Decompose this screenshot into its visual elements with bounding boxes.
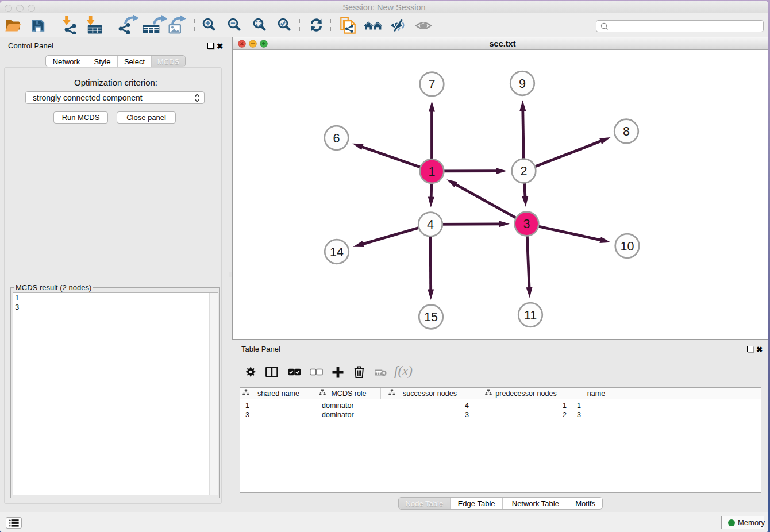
svg-text:7: 7 [429, 78, 436, 91]
svg-text:14: 14 [330, 245, 344, 259]
svg-text:3: 3 [523, 217, 530, 231]
svg-text:8: 8 [623, 125, 630, 138]
svg-text:10: 10 [621, 240, 634, 253]
svg-text:9: 9 [519, 77, 526, 91]
svg-text:1: 1 [429, 165, 436, 179]
svg-text:2: 2 [521, 164, 528, 178]
svg-text:15: 15 [424, 310, 438, 324]
svg-text:11: 11 [524, 309, 537, 322]
svg-text:6: 6 [333, 132, 340, 145]
svg-text:4: 4 [427, 218, 434, 232]
